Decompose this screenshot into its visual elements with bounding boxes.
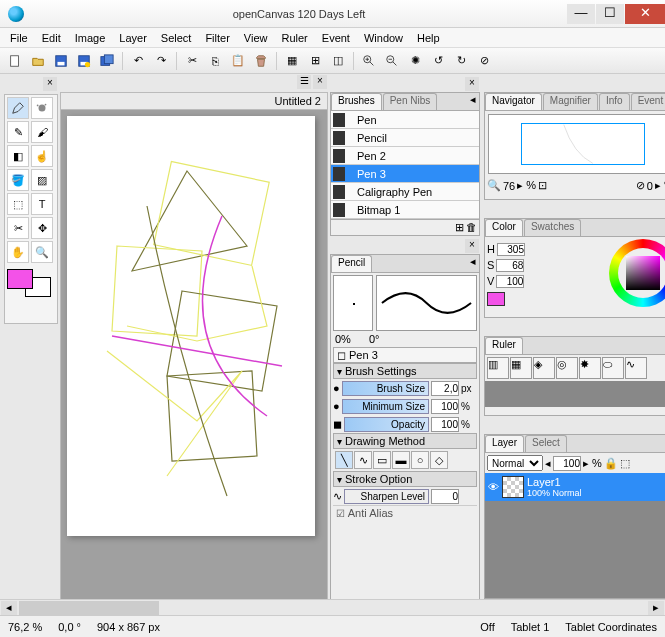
opacity-input[interactable] — [431, 417, 459, 432]
rotate-cw-button[interactable]: ↻ — [450, 50, 472, 72]
crop-tool[interactable]: ✂ — [7, 217, 29, 239]
ruler-ellipse[interactable]: ⬭ — [602, 357, 624, 379]
navigator-preview[interactable] — [488, 114, 665, 174]
zoom-in-button[interactable] — [358, 50, 380, 72]
brush-item[interactable]: Pen — [331, 111, 479, 129]
menu-view[interactable]: View — [238, 30, 274, 46]
brush-settings-header[interactable]: ▾ Brush Settings — [333, 363, 477, 379]
brush-item[interactable]: Pen 2 — [331, 147, 479, 165]
brush-new-icon[interactable]: ⊞ — [455, 221, 464, 232]
menu-ruler[interactable]: Ruler — [276, 30, 314, 46]
anti-alias-row[interactable]: ☑ Anti Alias — [333, 505, 477, 519]
close-button[interactable]: ✕ — [625, 4, 665, 24]
tab-select[interactable]: Select — [525, 435, 567, 452]
tab-event[interactable]: Event — [631, 93, 665, 110]
tab-layer[interactable]: Layer — [485, 435, 524, 452]
quad-button[interactable]: ⊞ — [304, 50, 326, 72]
save-button[interactable] — [50, 50, 72, 72]
toolbox-close[interactable]: × — [43, 77, 57, 91]
layer-row[interactable]: 👁 Layer1100% Normal — [485, 473, 665, 501]
nav-zoom-icon[interactable]: 🔍 — [487, 179, 501, 192]
preview-menu-icon[interactable]: ◂ — [467, 255, 479, 272]
save-as-button[interactable] — [73, 50, 95, 72]
menu-help[interactable]: Help — [411, 30, 446, 46]
copy-button[interactable]: ⎘ — [204, 50, 226, 72]
tab-magnifier[interactable]: Magnifier — [543, 93, 598, 110]
ruler-curve[interactable]: ∿ — [625, 357, 647, 379]
method-poly[interactable]: ◇ — [430, 451, 448, 469]
foreground-color[interactable] — [7, 269, 33, 289]
nav-fit-icon[interactable]: ⊡ — [538, 179, 547, 192]
minimize-button[interactable]: — — [567, 4, 595, 24]
h-scrollbar[interactable]: ◂ ▸ — [0, 599, 665, 615]
zoom-tool[interactable]: 🔍 — [31, 241, 53, 263]
menu-filter[interactable]: Filter — [199, 30, 235, 46]
tab-color[interactable]: Color — [485, 219, 523, 236]
drawing-method-header[interactable]: ▾ Drawing Method — [333, 433, 477, 449]
sharpen-label[interactable]: Sharpen Level — [344, 489, 429, 504]
brush-item[interactable]: Bitmap 1 — [331, 201, 479, 219]
tab-pencil[interactable]: Pencil — [331, 255, 372, 272]
lock-alpha-icon[interactable]: ⬚ — [620, 457, 630, 470]
redo-button[interactable]: ↷ — [150, 50, 172, 72]
ruler-vanish[interactable]: ◈ — [533, 357, 555, 379]
opacity-label[interactable]: Opacity — [344, 417, 429, 432]
brushes-menu-icon[interactable]: ◂ — [467, 93, 479, 110]
canvas-area[interactable] — [60, 110, 328, 615]
brush-item-selected[interactable]: Pen 3 — [331, 165, 479, 183]
tab-pen-nibs[interactable]: Pen Nibs — [383, 93, 438, 110]
tab-ruler-panel[interactable]: Ruler — [485, 337, 523, 354]
layout-button[interactable]: ◫ — [327, 50, 349, 72]
brush-delete-icon[interactable]: 🗑 — [466, 221, 477, 232]
menu-layer[interactable]: Layer — [113, 30, 153, 46]
airbrush-tool[interactable] — [31, 97, 53, 119]
method-curve[interactable]: ∿ — [354, 451, 372, 469]
brush-item[interactable]: Pencil — [331, 129, 479, 147]
method-circle[interactable]: ○ — [411, 451, 429, 469]
method-line[interactable]: ╲ — [335, 451, 353, 469]
text-tool[interactable]: T — [31, 193, 53, 215]
save-copy-button[interactable] — [96, 50, 118, 72]
nav-reset-icon[interactable]: ⊘ — [636, 179, 645, 192]
tab-navigator[interactable]: Navigator — [485, 93, 542, 110]
new-button[interactable] — [4, 50, 26, 72]
color-current-swatch[interactable] — [487, 292, 505, 306]
brushes-close[interactable]: × — [465, 77, 479, 91]
pen-tool[interactable] — [7, 97, 29, 119]
tab-brushes[interactable]: Brushes — [331, 93, 382, 110]
layer-opacity-input[interactable] — [553, 456, 581, 471]
gradient-tool[interactable]: ▨ — [31, 169, 53, 191]
min-size-input[interactable] — [431, 399, 459, 414]
menu-image[interactable]: Image — [69, 30, 112, 46]
blend-mode-select[interactable]: Normal — [487, 455, 543, 471]
brush-size-label[interactable]: Brush Size — [342, 381, 429, 396]
lock-icon[interactable]: 🔒 — [604, 457, 618, 470]
rotate-ccw-button[interactable]: ↺ — [427, 50, 449, 72]
delete-button[interactable] — [250, 50, 272, 72]
cut-button[interactable]: ✂ — [181, 50, 203, 72]
hand-tool[interactable]: ✋ — [7, 241, 29, 263]
document-title[interactable]: Untitled 2 — [275, 95, 321, 107]
color-swatch[interactable] — [7, 269, 51, 297]
eraser-tool[interactable]: ◧ — [7, 145, 29, 167]
menu-select[interactable]: Select — [155, 30, 198, 46]
scroll-left[interactable]: ◂ — [1, 601, 17, 615]
min-size-label[interactable]: Minimum Size — [342, 399, 429, 414]
stroke-option-header[interactable]: ▾ Stroke Option — [333, 471, 477, 487]
method-rect[interactable]: ▭ — [373, 451, 391, 469]
paste-button[interactable]: 📋 — [227, 50, 249, 72]
open-button[interactable] — [27, 50, 49, 72]
tab-swatches[interactable]: Swatches — [524, 219, 581, 236]
sat-input[interactable] — [496, 259, 524, 272]
pencil-tool[interactable]: ✎ — [7, 121, 29, 143]
tab-info[interactable]: Info — [599, 93, 630, 110]
preview-close[interactable]: × — [465, 239, 479, 253]
scroll-thumb[interactable] — [19, 601, 159, 615]
zoom-out-button[interactable] — [381, 50, 403, 72]
ruler-concentric[interactable]: ◎ — [556, 357, 578, 379]
zoom-fit-button[interactable]: ✺ — [404, 50, 426, 72]
visibility-icon[interactable]: 👁 — [488, 481, 499, 493]
reset-rotation-button[interactable]: ⊘ — [473, 50, 495, 72]
document-menu[interactable]: ☰ — [297, 75, 311, 89]
menu-event[interactable]: Event — [316, 30, 356, 46]
